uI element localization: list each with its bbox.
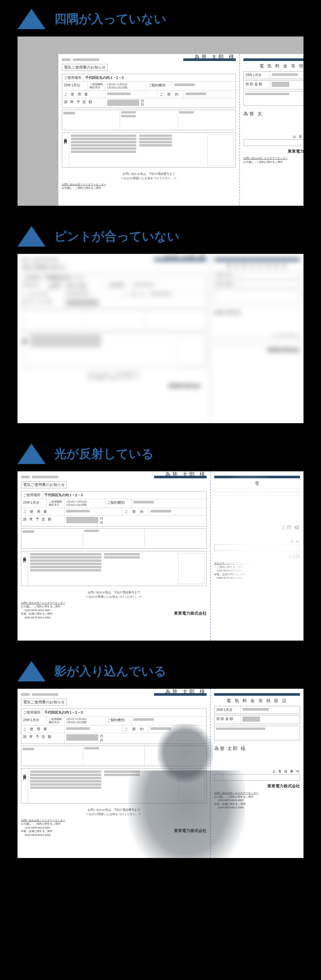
breakdown-label: 上記料金内訳 [62, 133, 69, 167]
bill-left-panel: 電気ご使用量のお知らせ 為替 太郎 様 ご使用場所千代田区丸の内１−２−３ 25… [58, 54, 239, 206]
warning-triangle-icon [17, 444, 46, 464]
example-image-frame: 電気ご使用量のお知らせ 為替 太郎 様 ご使用場所千代田区丸の内１−２−３ 25… [17, 37, 304, 206]
breakdown-box: 上記料金内訳 [62, 132, 236, 167]
footer-contact: お問い合わせ先 / カスタマーセンター お引越し・ご契約に関するご用件 [62, 183, 236, 190]
period-value: 1月1日〜1月31日 1月31日 (31日間) [105, 82, 146, 91]
bill-document-blurred: 電気ご使用量のお知らせ 為替 太郎 様 ご使用場所千代田区丸の内１−２−３ 25… [17, 254, 304, 423]
bill-right-panel: 電 気 料 金 等 領 25年1月分 領 収 金 額 為替 太 お 客 様 番 … [239, 54, 304, 206]
section-title: 四隅が入っていない [54, 11, 166, 27]
billing-label: 請 求 予 定 額 [62, 99, 105, 108]
footer-note: お問い合わせ先は、下記の電話番号まで〜おかけ間違いにお気をつけください。〜 [62, 172, 236, 180]
warning-triangle-icon [17, 661, 46, 681]
location-value: 千代田区丸の内１−２−３ [83, 74, 235, 81]
receipt-title: 電 気 料 金 等 領 [243, 63, 304, 69]
section-title: ピントが合っていない [54, 228, 180, 245]
section-out-of-focus: ピントが合っていない 電気ご使用量のお知らせ 為替 太郎 様 ご使用場所千代田区… [0, 218, 321, 435]
section-corners-missing: 四隅が入っていない 電気ご使用量のお知らせ 為替 太郎 様 ご使用場所千代田区丸… [0, 0, 321, 218]
usage-label: ご 使 用 量 [62, 91, 105, 98]
company-right: 東東電力株式会社 [243, 149, 304, 154]
customer-no-box [243, 140, 304, 146]
section-glare: 光が反射している 電気ご使用量のお知らせ 為替 太郎 様 ご使用場所千代田区丸の… [0, 435, 321, 652]
section-shadow: 影が入り込んでいる 電気ご使用量のお知らせ 為替 太郎 様 ご使用場所千代田区丸… [0, 652, 321, 870]
receipt-name: 為替 太 [243, 111, 304, 117]
contract-type-label: ご契約種別 [146, 82, 172, 91]
receipt-month: 25年1月分 [244, 72, 270, 79]
example-image-frame: 電気ご使用量のお知らせ 為替 太郎 様 ご使用場所千代田区丸の内１−２−３ 25… [17, 254, 304, 423]
warning-triangle-icon [17, 9, 46, 29]
location-label: ご使用場所 [62, 74, 83, 81]
example-image-frame: 電気ご使用量のお知らせ 為替 太郎 様 ご使用場所千代田区丸の内１−２−３ 25… [17, 689, 304, 858]
customer-no-label: お 客 様 番 号 [243, 135, 304, 139]
yen-label: 円 [141, 100, 144, 103]
contract-label: ご 契 約 [157, 91, 184, 98]
receipt-amount-label: 領 収 金 額 [244, 81, 270, 89]
warning-triangle-icon [17, 226, 46, 247]
section-title: 影が入り込んでいる [54, 663, 166, 679]
notice-title: 電気ご使用量のお知らせ [62, 64, 108, 71]
period-label: ご使用期間 検針月日 [88, 82, 105, 91]
bill-document: 電気ご使用量のお知らせ 為替 太郎 様 ご使用場所千代田区丸の内１−２−３ 25… [17, 471, 304, 641]
bill-document: 電気ご使用量のお知らせ 為替 太郎 様 ご使用場所千代田区丸の内１−２−３ 25… [58, 54, 304, 206]
example-image-frame: 電気ご使用量のお知らせ 為替 太郎 様 ご使用場所千代田区丸の内１−２−３ 25… [17, 471, 304, 641]
section-title: 光が反射している [54, 445, 154, 462]
meter-grid [62, 110, 236, 130]
bill-details-box: ご使用場所千代田区丸の内１−２−３ 25年1月分 ご使用期間 検針月日 1月1日… [62, 74, 236, 108]
yen-label: 円 [141, 103, 144, 106]
month-value: 25年1月分 [62, 82, 88, 91]
section-header: 四隅が入っていない [17, 9, 304, 29]
example-background: 電気ご使用量のお知らせ 為替 太郎 様 ご使用場所千代田区丸の内１−２−３ 25… [17, 37, 304, 206]
bill-document: 電気ご使用量のお知らせ 為替 太郎 様 ご使用場所千代田区丸の内１−２−３ 25… [17, 689, 304, 858]
